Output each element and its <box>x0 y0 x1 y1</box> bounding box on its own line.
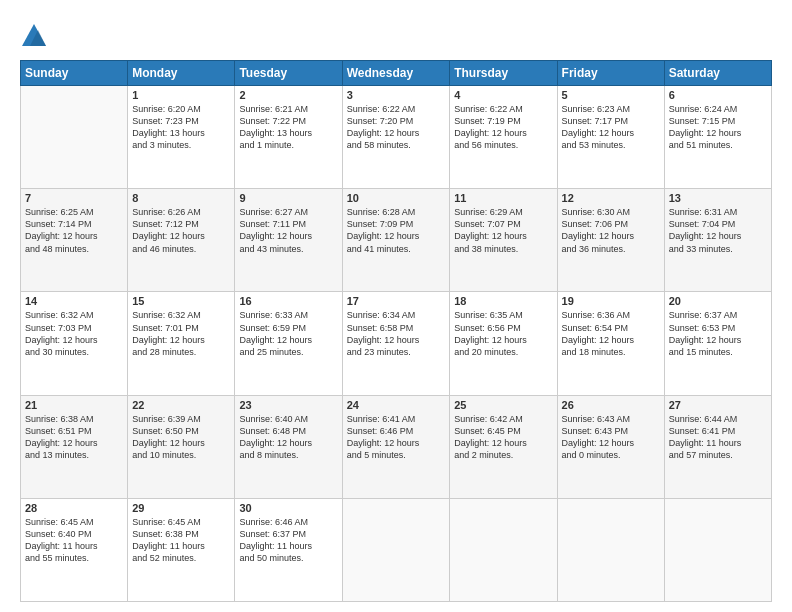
day-info: Sunrise: 6:37 AM Sunset: 6:53 PM Dayligh… <box>669 310 742 356</box>
day-number: 25 <box>454 399 552 411</box>
day-info: Sunrise: 6:23 AM Sunset: 7:17 PM Dayligh… <box>562 104 635 150</box>
day-info: Sunrise: 6:26 AM Sunset: 7:12 PM Dayligh… <box>132 207 205 253</box>
day-info: Sunrise: 6:30 AM Sunset: 7:06 PM Dayligh… <box>562 207 635 253</box>
day-info: Sunrise: 6:25 AM Sunset: 7:14 PM Dayligh… <box>25 207 98 253</box>
calendar-week-row: 7Sunrise: 6:25 AM Sunset: 7:14 PM Daylig… <box>21 189 772 292</box>
calendar-cell: 27Sunrise: 6:44 AM Sunset: 6:41 PM Dayli… <box>664 395 771 498</box>
day-number: 30 <box>239 502 337 514</box>
weekday-header-monday: Monday <box>128 61 235 86</box>
calendar-cell: 16Sunrise: 6:33 AM Sunset: 6:59 PM Dayli… <box>235 292 342 395</box>
calendar-cell <box>664 498 771 601</box>
calendar-cell: 3Sunrise: 6:22 AM Sunset: 7:20 PM Daylig… <box>342 86 450 189</box>
weekday-header-row: SundayMondayTuesdayWednesdayThursdayFrid… <box>21 61 772 86</box>
day-number: 8 <box>132 192 230 204</box>
calendar-cell: 23Sunrise: 6:40 AM Sunset: 6:48 PM Dayli… <box>235 395 342 498</box>
calendar-cell: 4Sunrise: 6:22 AM Sunset: 7:19 PM Daylig… <box>450 86 557 189</box>
weekday-header-tuesday: Tuesday <box>235 61 342 86</box>
calendar-cell: 15Sunrise: 6:32 AM Sunset: 7:01 PM Dayli… <box>128 292 235 395</box>
calendar-cell <box>21 86 128 189</box>
header <box>20 18 772 50</box>
calendar-cell <box>450 498 557 601</box>
day-number: 27 <box>669 399 767 411</box>
day-info: Sunrise: 6:20 AM Sunset: 7:23 PM Dayligh… <box>132 104 205 150</box>
calendar-cell: 17Sunrise: 6:34 AM Sunset: 6:58 PM Dayli… <box>342 292 450 395</box>
day-number: 16 <box>239 295 337 307</box>
calendar-cell <box>342 498 450 601</box>
calendar-week-row: 1Sunrise: 6:20 AM Sunset: 7:23 PM Daylig… <box>21 86 772 189</box>
day-info: Sunrise: 6:43 AM Sunset: 6:43 PM Dayligh… <box>562 414 635 460</box>
day-info: Sunrise: 6:44 AM Sunset: 6:41 PM Dayligh… <box>669 414 742 460</box>
day-number: 12 <box>562 192 660 204</box>
calendar-cell: 8Sunrise: 6:26 AM Sunset: 7:12 PM Daylig… <box>128 189 235 292</box>
day-number: 13 <box>669 192 767 204</box>
day-info: Sunrise: 6:39 AM Sunset: 6:50 PM Dayligh… <box>132 414 205 460</box>
day-info: Sunrise: 6:31 AM Sunset: 7:04 PM Dayligh… <box>669 207 742 253</box>
calendar-cell: 11Sunrise: 6:29 AM Sunset: 7:07 PM Dayli… <box>450 189 557 292</box>
day-number: 29 <box>132 502 230 514</box>
day-info: Sunrise: 6:29 AM Sunset: 7:07 PM Dayligh… <box>454 207 527 253</box>
day-info: Sunrise: 6:28 AM Sunset: 7:09 PM Dayligh… <box>347 207 420 253</box>
day-number: 10 <box>347 192 446 204</box>
calendar-cell: 22Sunrise: 6:39 AM Sunset: 6:50 PM Dayli… <box>128 395 235 498</box>
day-number: 14 <box>25 295 123 307</box>
calendar-cell: 12Sunrise: 6:30 AM Sunset: 7:06 PM Dayli… <box>557 189 664 292</box>
day-number: 18 <box>454 295 552 307</box>
weekday-header-sunday: Sunday <box>21 61 128 86</box>
calendar-cell: 14Sunrise: 6:32 AM Sunset: 7:03 PM Dayli… <box>21 292 128 395</box>
calendar-cell: 1Sunrise: 6:20 AM Sunset: 7:23 PM Daylig… <box>128 86 235 189</box>
day-info: Sunrise: 6:33 AM Sunset: 6:59 PM Dayligh… <box>239 310 312 356</box>
calendar-cell: 24Sunrise: 6:41 AM Sunset: 6:46 PM Dayli… <box>342 395 450 498</box>
calendar-cell: 7Sunrise: 6:25 AM Sunset: 7:14 PM Daylig… <box>21 189 128 292</box>
day-info: Sunrise: 6:35 AM Sunset: 6:56 PM Dayligh… <box>454 310 527 356</box>
day-info: Sunrise: 6:46 AM Sunset: 6:37 PM Dayligh… <box>239 517 312 563</box>
day-number: 24 <box>347 399 446 411</box>
day-number: 2 <box>239 89 337 101</box>
logo <box>20 22 50 50</box>
day-info: Sunrise: 6:36 AM Sunset: 6:54 PM Dayligh… <box>562 310 635 356</box>
calendar-cell: 5Sunrise: 6:23 AM Sunset: 7:17 PM Daylig… <box>557 86 664 189</box>
day-number: 15 <box>132 295 230 307</box>
page: SundayMondayTuesdayWednesdayThursdayFrid… <box>0 0 792 612</box>
calendar-cell: 20Sunrise: 6:37 AM Sunset: 6:53 PM Dayli… <box>664 292 771 395</box>
day-number: 11 <box>454 192 552 204</box>
calendar-table: SundayMondayTuesdayWednesdayThursdayFrid… <box>20 60 772 602</box>
day-number: 17 <box>347 295 446 307</box>
calendar-cell: 21Sunrise: 6:38 AM Sunset: 6:51 PM Dayli… <box>21 395 128 498</box>
calendar-cell: 29Sunrise: 6:45 AM Sunset: 6:38 PM Dayli… <box>128 498 235 601</box>
day-info: Sunrise: 6:22 AM Sunset: 7:20 PM Dayligh… <box>347 104 420 150</box>
day-number: 3 <box>347 89 446 101</box>
day-number: 26 <box>562 399 660 411</box>
day-number: 20 <box>669 295 767 307</box>
day-info: Sunrise: 6:21 AM Sunset: 7:22 PM Dayligh… <box>239 104 312 150</box>
calendar-cell: 30Sunrise: 6:46 AM Sunset: 6:37 PM Dayli… <box>235 498 342 601</box>
day-info: Sunrise: 6:34 AM Sunset: 6:58 PM Dayligh… <box>347 310 420 356</box>
day-info: Sunrise: 6:22 AM Sunset: 7:19 PM Dayligh… <box>454 104 527 150</box>
day-info: Sunrise: 6:41 AM Sunset: 6:46 PM Dayligh… <box>347 414 420 460</box>
weekday-header-thursday: Thursday <box>450 61 557 86</box>
day-info: Sunrise: 6:42 AM Sunset: 6:45 PM Dayligh… <box>454 414 527 460</box>
calendar-cell: 18Sunrise: 6:35 AM Sunset: 6:56 PM Dayli… <box>450 292 557 395</box>
calendar-cell: 13Sunrise: 6:31 AM Sunset: 7:04 PM Dayli… <box>664 189 771 292</box>
day-number: 21 <box>25 399 123 411</box>
logo-icon <box>20 22 48 50</box>
day-number: 4 <box>454 89 552 101</box>
calendar-week-row: 14Sunrise: 6:32 AM Sunset: 7:03 PM Dayli… <box>21 292 772 395</box>
calendar-cell: 6Sunrise: 6:24 AM Sunset: 7:15 PM Daylig… <box>664 86 771 189</box>
calendar-cell: 2Sunrise: 6:21 AM Sunset: 7:22 PM Daylig… <box>235 86 342 189</box>
weekday-header-wednesday: Wednesday <box>342 61 450 86</box>
calendar-cell: 10Sunrise: 6:28 AM Sunset: 7:09 PM Dayli… <box>342 189 450 292</box>
day-number: 5 <box>562 89 660 101</box>
calendar-cell: 28Sunrise: 6:45 AM Sunset: 6:40 PM Dayli… <box>21 498 128 601</box>
calendar-week-row: 21Sunrise: 6:38 AM Sunset: 6:51 PM Dayli… <box>21 395 772 498</box>
weekday-header-saturday: Saturday <box>664 61 771 86</box>
calendar-cell: 26Sunrise: 6:43 AM Sunset: 6:43 PM Dayli… <box>557 395 664 498</box>
day-number: 19 <box>562 295 660 307</box>
day-number: 7 <box>25 192 123 204</box>
weekday-header-friday: Friday <box>557 61 664 86</box>
day-info: Sunrise: 6:24 AM Sunset: 7:15 PM Dayligh… <box>669 104 742 150</box>
day-number: 23 <box>239 399 337 411</box>
day-info: Sunrise: 6:45 AM Sunset: 6:40 PM Dayligh… <box>25 517 98 563</box>
day-info: Sunrise: 6:45 AM Sunset: 6:38 PM Dayligh… <box>132 517 205 563</box>
day-number: 9 <box>239 192 337 204</box>
calendar-cell <box>557 498 664 601</box>
